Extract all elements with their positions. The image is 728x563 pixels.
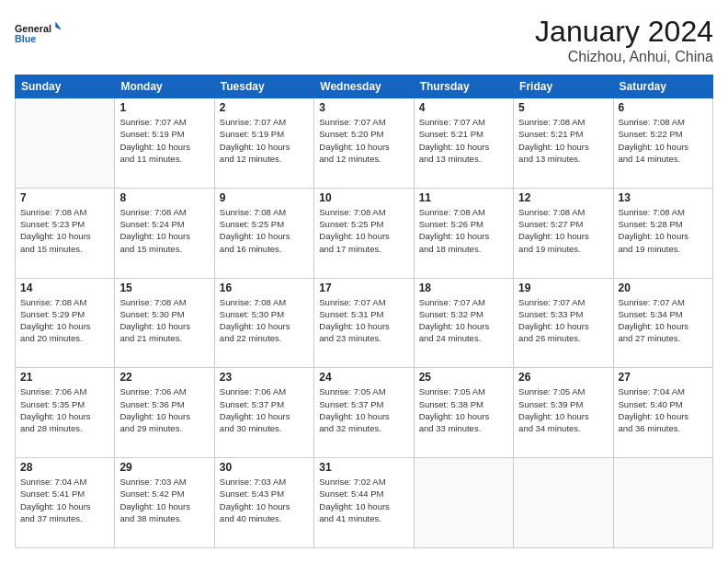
day-cell: 14Sunrise: 7:08 AMSunset: 5:29 PMDayligh… <box>16 278 115 368</box>
day-cell: 7Sunrise: 7:08 AMSunset: 5:23 PMDaylight… <box>16 188 115 278</box>
day-number: 5 <box>518 101 608 114</box>
day-number: 24 <box>319 371 408 384</box>
day-info: Sunrise: 7:05 AMSunset: 5:38 PMDaylight:… <box>419 385 508 434</box>
day-info: Sunrise: 7:08 AMSunset: 5:21 PMDaylight:… <box>518 116 608 165</box>
day-number: 3 <box>319 101 408 114</box>
day-number: 30 <box>220 461 309 474</box>
day-cell: 8Sunrise: 7:08 AMSunset: 5:24 PMDaylight… <box>115 188 214 278</box>
day-cell <box>514 458 613 548</box>
day-info: Sunrise: 7:07 AMSunset: 5:19 PMDaylight:… <box>220 116 309 165</box>
day-number: 10 <box>319 191 408 204</box>
day-cell <box>414 458 513 548</box>
day-info: Sunrise: 7:07 AMSunset: 5:32 PMDaylight:… <box>419 296 508 345</box>
day-cell: 24Sunrise: 7:05 AMSunset: 5:37 PMDayligh… <box>314 368 414 458</box>
day-info: Sunrise: 7:08 AMSunset: 5:28 PMDaylight:… <box>619 206 708 255</box>
day-number: 19 <box>518 282 608 294</box>
day-info: Sunrise: 7:07 AMSunset: 5:33 PMDaylight:… <box>518 296 608 345</box>
day-cell: 21Sunrise: 7:06 AMSunset: 5:35 PMDayligh… <box>16 368 115 458</box>
day-cell: 15Sunrise: 7:08 AMSunset: 5:30 PMDayligh… <box>115 278 214 368</box>
day-info: Sunrise: 7:07 AMSunset: 5:20 PMDaylight:… <box>319 116 408 165</box>
day-cell: 23Sunrise: 7:06 AMSunset: 5:37 PMDayligh… <box>214 368 313 458</box>
day-info: Sunrise: 7:05 AMSunset: 5:39 PMDaylight:… <box>518 385 608 434</box>
day-number: 21 <box>20 371 109 384</box>
day-info: Sunrise: 7:08 AMSunset: 5:22 PMDaylight:… <box>619 116 708 165</box>
day-info: Sunrise: 7:06 AMSunset: 5:37 PMDaylight:… <box>220 385 309 434</box>
day-info: Sunrise: 7:08 AMSunset: 5:25 PMDaylight:… <box>319 206 408 255</box>
calendar-title: January 2024 <box>535 15 713 49</box>
day-number: 8 <box>119 191 209 204</box>
day-info: Sunrise: 7:06 AMSunset: 5:35 PMDaylight:… <box>20 385 109 434</box>
calendar-body: 1Sunrise: 7:07 AMSunset: 5:19 PMDaylight… <box>16 98 713 548</box>
day-number: 13 <box>619 191 708 204</box>
day-info: Sunrise: 7:08 AMSunset: 5:26 PMDaylight:… <box>419 206 508 255</box>
page: General Blue January 2024 Chizhou, Anhui… <box>0 0 728 563</box>
week-row-4: 21Sunrise: 7:06 AMSunset: 5:35 PMDayligh… <box>16 368 713 458</box>
day-info: Sunrise: 7:03 AMSunset: 5:42 PMDaylight:… <box>119 476 209 524</box>
calendar-header-row: SundayMondayTuesdayWednesdayThursdayFrid… <box>16 75 713 98</box>
day-number: 27 <box>619 371 708 384</box>
day-number: 4 <box>419 101 508 114</box>
day-number: 17 <box>319 282 408 294</box>
day-cell: 30Sunrise: 7:03 AMSunset: 5:43 PMDayligh… <box>214 458 313 548</box>
col-header-friday: Friday <box>514 75 613 98</box>
col-header-monday: Monday <box>115 75 214 98</box>
day-number: 1 <box>119 101 209 114</box>
day-info: Sunrise: 7:07 AMSunset: 5:31 PMDaylight:… <box>319 296 408 345</box>
logo-general: General <box>15 23 51 34</box>
day-cell: 20Sunrise: 7:07 AMSunset: 5:34 PMDayligh… <box>613 278 712 368</box>
week-row-1: 1Sunrise: 7:07 AMSunset: 5:19 PMDaylight… <box>16 98 713 189</box>
week-row-5: 28Sunrise: 7:04 AMSunset: 5:41 PMDayligh… <box>16 458 713 548</box>
col-header-thursday: Thursday <box>414 75 513 98</box>
day-cell: 4Sunrise: 7:07 AMSunset: 5:21 PMDaylight… <box>414 98 513 189</box>
day-cell: 9Sunrise: 7:08 AMSunset: 5:25 PMDaylight… <box>214 188 313 278</box>
day-info: Sunrise: 7:03 AMSunset: 5:43 PMDaylight:… <box>220 476 309 524</box>
day-info: Sunrise: 7:04 AMSunset: 5:41 PMDaylight:… <box>20 476 109 524</box>
day-number: 7 <box>20 191 109 204</box>
title-block: January 2024 Chizhou, Anhui, China <box>535 15 713 65</box>
day-number: 15 <box>119 282 209 294</box>
day-number: 2 <box>220 101 309 114</box>
day-cell: 3Sunrise: 7:07 AMSunset: 5:20 PMDaylight… <box>314 98 414 189</box>
day-info: Sunrise: 7:08 AMSunset: 5:30 PMDaylight:… <box>220 296 309 345</box>
logo: General Blue <box>15 15 61 52</box>
day-cell: 1Sunrise: 7:07 AMSunset: 5:19 PMDaylight… <box>115 98 214 189</box>
day-number: 11 <box>419 191 508 204</box>
day-cell: 6Sunrise: 7:08 AMSunset: 5:22 PMDaylight… <box>613 98 712 189</box>
day-number: 6 <box>619 101 708 114</box>
logo-arrow <box>55 21 61 30</box>
day-info: Sunrise: 7:04 AMSunset: 5:40 PMDaylight:… <box>619 385 708 434</box>
day-number: 22 <box>119 371 209 384</box>
day-info: Sunrise: 7:08 AMSunset: 5:23 PMDaylight:… <box>20 206 109 255</box>
week-row-3: 14Sunrise: 7:08 AMSunset: 5:29 PMDayligh… <box>16 278 713 368</box>
day-cell: 10Sunrise: 7:08 AMSunset: 5:25 PMDayligh… <box>314 188 414 278</box>
day-info: Sunrise: 7:08 AMSunset: 5:24 PMDaylight:… <box>119 206 209 255</box>
day-number: 31 <box>319 461 408 474</box>
day-number: 29 <box>119 461 209 474</box>
day-cell: 11Sunrise: 7:08 AMSunset: 5:26 PMDayligh… <box>414 188 513 278</box>
logo-blue: Blue <box>15 33 36 44</box>
col-header-tuesday: Tuesday <box>214 75 313 98</box>
col-header-saturday: Saturday <box>613 75 712 98</box>
day-number: 12 <box>518 191 608 204</box>
calendar-subtitle: Chizhou, Anhui, China <box>535 49 713 65</box>
day-cell: 5Sunrise: 7:08 AMSunset: 5:21 PMDaylight… <box>514 98 613 189</box>
day-cell <box>16 98 115 189</box>
day-cell: 13Sunrise: 7:08 AMSunset: 5:28 PMDayligh… <box>613 188 712 278</box>
day-info: Sunrise: 7:06 AMSunset: 5:36 PMDaylight:… <box>119 385 209 434</box>
week-row-2: 7Sunrise: 7:08 AMSunset: 5:23 PMDaylight… <box>16 188 713 278</box>
day-number: 14 <box>20 282 109 294</box>
day-cell: 18Sunrise: 7:07 AMSunset: 5:32 PMDayligh… <box>414 278 513 368</box>
day-cell: 2Sunrise: 7:07 AMSunset: 5:19 PMDaylight… <box>214 98 313 189</box>
day-cell: 16Sunrise: 7:08 AMSunset: 5:30 PMDayligh… <box>214 278 313 368</box>
col-header-sunday: Sunday <box>16 75 115 98</box>
day-number: 26 <box>518 371 608 384</box>
day-cell: 27Sunrise: 7:04 AMSunset: 5:40 PMDayligh… <box>613 368 712 458</box>
day-info: Sunrise: 7:02 AMSunset: 5:44 PMDaylight:… <box>319 476 408 524</box>
day-cell: 26Sunrise: 7:05 AMSunset: 5:39 PMDayligh… <box>514 368 613 458</box>
col-header-wednesday: Wednesday <box>314 75 414 98</box>
day-cell: 25Sunrise: 7:05 AMSunset: 5:38 PMDayligh… <box>414 368 513 458</box>
day-number: 16 <box>220 282 309 294</box>
day-info: Sunrise: 7:08 AMSunset: 5:25 PMDaylight:… <box>220 206 309 255</box>
day-number: 9 <box>220 191 309 204</box>
day-info: Sunrise: 7:08 AMSunset: 5:30 PMDaylight:… <box>119 296 209 345</box>
